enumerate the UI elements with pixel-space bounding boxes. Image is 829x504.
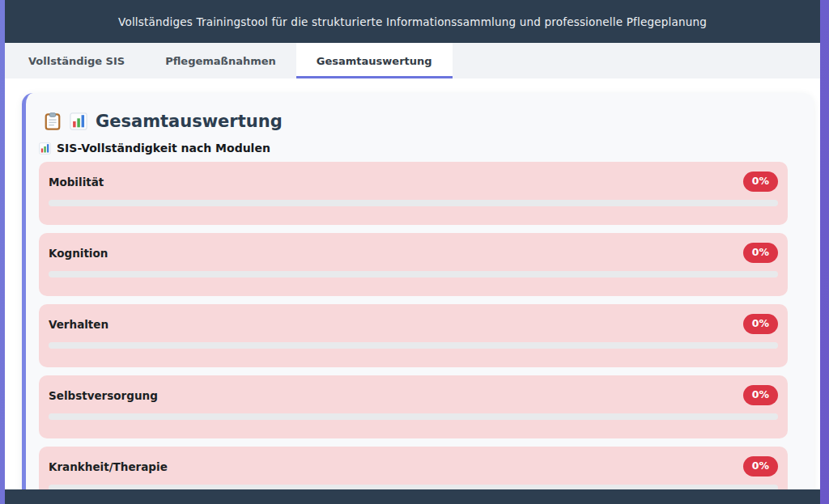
module-card-selbstversorgung: Selbstversorgung 0% — [39, 375, 788, 438]
tab-pflegemassnahmen[interactable]: Pflegemaßnahmen — [145, 43, 296, 78]
module-percent-badge: 0% — [743, 456, 778, 476]
module-progress-track — [49, 485, 778, 489]
content-area: Gesamtauswertung SIS-Vollständigkeit nac… — [5, 78, 820, 489]
module-progress-track — [49, 200, 778, 206]
module-card-mobilitaet: Mobilität 0% — [39, 162, 788, 225]
bar-chart-icon — [39, 142, 51, 155]
section-title-row: SIS-Vollständigkeit nach Modulen — [39, 142, 788, 155]
module-percent-badge: 0% — [743, 243, 778, 263]
tab-vollstaendige-sis[interactable]: Vollständige SIS — [8, 43, 145, 78]
evaluation-card: Gesamtauswertung SIS-Vollständigkeit nac… — [22, 93, 814, 489]
module-card-kognition: Kognition 0% — [39, 233, 788, 296]
bottom-bar — [5, 489, 820, 504]
module-label: Verhalten — [49, 318, 108, 331]
page-title-row: Gesamtauswertung — [44, 111, 788, 132]
module-label: Selbstversorgung — [49, 389, 158, 402]
module-percent-badge: 0% — [743, 314, 778, 334]
app-header: Vollständiges Trainingstool für die stru… — [5, 0, 820, 43]
clipboard-icon — [44, 112, 62, 130]
module-label: Mobilität — [49, 176, 104, 188]
module-progress-track — [49, 342, 778, 349]
module-label: Krankheit/Therapie — [49, 460, 168, 473]
module-card-krankheit-therapie: Krankheit/Therapie 0% — [39, 447, 788, 489]
module-progress-track — [49, 413, 778, 420]
module-label: Kognition — [49, 247, 108, 260]
tab-gesamtauswertung[interactable]: Gesamtauswertung — [296, 43, 453, 78]
module-percent-badge: 0% — [743, 172, 778, 192]
module-card-verhalten: Verhalten 0% — [39, 304, 788, 367]
app-window: Vollständiges Trainingstool für die stru… — [5, 0, 820, 504]
app-title: Vollständiges Trainingstool für die stru… — [118, 15, 707, 28]
page-title: Gesamtauswertung — [96, 111, 283, 132]
module-percent-badge: 0% — [743, 385, 778, 405]
bar-chart-icon — [70, 112, 87, 130]
section-title: SIS-Vollständigkeit nach Modulen — [57, 142, 270, 155]
module-progress-track — [49, 271, 778, 277]
tab-bar: Vollständige SIS Pflegemaßnahmen Gesamta… — [5, 43, 820, 78]
